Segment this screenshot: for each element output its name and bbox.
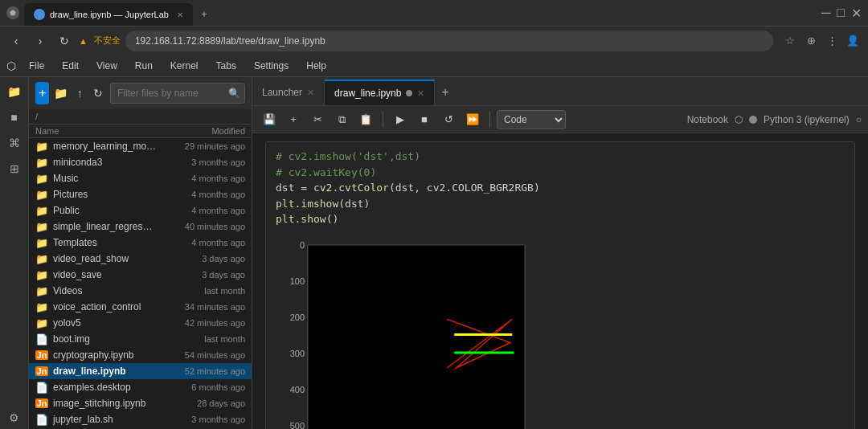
- add-tab-button[interactable]: +: [435, 80, 455, 105]
- menu-edit[interactable]: Edit: [54, 59, 87, 73]
- icon-bar: 📁 ■ ⌘ ⊞ ⚙: [0, 77, 29, 429]
- translate-icon[interactable]: ⊕: [802, 32, 820, 50]
- restart-run-button[interactable]: ⏩: [462, 109, 483, 130]
- dirty-indicator: [406, 90, 412, 96]
- extension-icon[interactable]: ⊞: [3, 157, 26, 180]
- restart-button[interactable]: ↺: [438, 109, 459, 130]
- copy-cell-button[interactable]: ⧉: [331, 109, 352, 130]
- code-line-3: dst = cv2.cvtColor(dst, cv2.COLOR_BGR2RG…: [276, 180, 845, 196]
- list-item[interactable]: 📄 boot.img last month: [29, 331, 252, 347]
- cell-input[interactable]: # cv2.imshow('dst',dst) # cv2.waitKey(0)…: [266, 142, 854, 234]
- upload-button[interactable]: ↑: [73, 82, 87, 104]
- menu-help[interactable]: Help: [298, 59, 334, 73]
- active-tab[interactable]: draw_line.ipynb — JupyterLab ✕: [24, 3, 193, 26]
- cell-type-select[interactable]: Code Markdown Raw: [497, 110, 566, 129]
- files-icon[interactable]: 📁: [3, 80, 26, 103]
- tab-notebook-close[interactable]: ✕: [417, 88, 424, 99]
- file-modified: 52 minutes ago: [157, 366, 245, 376]
- code-line-5: plt.show(): [276, 211, 845, 227]
- tab-notebook[interactable]: draw_line.ipynb ✕: [325, 80, 435, 105]
- new-file-button[interactable]: +: [35, 82, 49, 104]
- search-input[interactable]: [110, 83, 245, 104]
- list-item[interactable]: 📁 video_save 3 days ago: [29, 267, 252, 283]
- list-item[interactable]: 📁 Templates 4 months ago: [29, 235, 252, 251]
- tabs-bar: Launcher ✕ draw_line.ipynb ✕ +: [252, 77, 868, 106]
- file-name: video_save: [53, 269, 157, 280]
- list-item[interactable]: 📁 simple_linear_regression 40 minutes ag…: [29, 219, 252, 235]
- minimize-button[interactable]: ─: [821, 6, 830, 20]
- file-name: memory_learning_model: [53, 141, 157, 152]
- menu-settings[interactable]: Settings: [246, 59, 297, 73]
- settings-sidebar-icon[interactable]: ⚙: [3, 407, 26, 429]
- list-item[interactable]: 📁 Public 4 months ago: [29, 202, 252, 219]
- list-item[interactable]: Jn image_stitching.ipynb 28 days ago: [29, 395, 252, 411]
- maximize-button[interactable]: □: [837, 6, 845, 20]
- search-icon: 🔍: [228, 88, 240, 99]
- menu-kernel[interactable]: Kernel: [162, 59, 207, 73]
- list-item[interactable]: 📁 miniconda3 3 months ago: [29, 154, 252, 170]
- security-warning-text: 不安全: [94, 35, 121, 47]
- stop-button[interactable]: ■: [414, 109, 435, 130]
- menu-file[interactable]: File: [21, 59, 52, 73]
- file-icon: 📁: [35, 236, 48, 249]
- file-name: Music: [53, 173, 157, 184]
- new-folder-button[interactable]: 📁: [54, 82, 68, 104]
- refresh-button[interactable]: ↻: [55, 31, 74, 51]
- file-modified: 3 days ago: [157, 254, 245, 264]
- tab-close-button[interactable]: ✕: [177, 10, 183, 19]
- add-cell-button[interactable]: +: [283, 109, 304, 130]
- nb-content: # cv2.imshow('dst',dst) # cv2.waitKey(0)…: [252, 133, 868, 429]
- menu-view[interactable]: View: [88, 59, 125, 73]
- run-cell-button[interactable]: ▶: [390, 109, 411, 130]
- file-modified: 42 minutes ago: [157, 318, 245, 328]
- sidebar: + 📁 ↑ ↻ 🔍 / Name Modified 📁 memory_learn…: [29, 77, 252, 429]
- settings-icon[interactable]: ⋮: [823, 32, 841, 50]
- file-icon: 📁: [35, 140, 48, 153]
- list-item[interactable]: 📁 Videos last month: [29, 283, 252, 299]
- file-icon: 📁: [35, 156, 48, 169]
- commands-icon[interactable]: ⌘: [3, 132, 26, 154]
- kernel-options-icon: ○: [856, 114, 862, 125]
- back-button[interactable]: ‹: [6, 31, 26, 51]
- refresh-files-button[interactable]: ↻: [92, 82, 105, 104]
- security-warning-icon: ▲: [79, 36, 88, 46]
- notebook-share-icon: ⬡: [735, 114, 743, 125]
- notebook-area: Launcher ✕ draw_line.ipynb ✕ + 💾 + ✂ ⧉ 📋…: [252, 77, 868, 429]
- list-item[interactable]: Jn draw_line.ipynb 52 minutes ago: [29, 363, 252, 379]
- list-item[interactable]: 📁 voice_action_control 34 minutes ago: [29, 299, 252, 315]
- file-icon: 📄: [35, 381, 48, 394]
- chrome-controls: ─ □ ✕: [821, 6, 862, 21]
- list-item[interactable]: 📄 examples.desktop 6 months ago: [29, 379, 252, 395]
- list-item[interactable]: 📁 Pictures 4 months ago: [29, 186, 252, 202]
- file-name: Templates: [53, 237, 157, 248]
- file-modified: 28 days ago: [157, 398, 245, 408]
- code-cell: # cv2.imshow('dst',dst) # cv2.waitKey(0)…: [265, 141, 855, 429]
- bookmark-icon[interactable]: ☆: [781, 32, 799, 50]
- list-item[interactable]: Jn cryptography.ipynb 54 minutes ago: [29, 347, 252, 363]
- file-modified: 3 days ago: [157, 270, 245, 280]
- running-icon[interactable]: ■: [3, 106, 26, 129]
- new-tab-button[interactable]: +: [193, 3, 215, 26]
- menu-run[interactable]: Run: [127, 59, 161, 73]
- kernel-label: Python 3 (ipykernel): [764, 114, 850, 125]
- menu-tabs[interactable]: Tabs: [208, 59, 244, 73]
- address-bar[interactable]: [125, 31, 773, 51]
- list-item[interactable]: 📁 yolov5 42 minutes ago: [29, 315, 252, 331]
- file-icon: 📁: [35, 252, 48, 265]
- list-item[interactable]: 📄 jupyter_lab.sh 3 months ago: [29, 411, 252, 427]
- tab-notebook-label: draw_line.ipynb: [334, 88, 401, 99]
- main-content: 📁 ■ ⌘ ⊞ ⚙ + 📁 ↑ ↻ 🔍 / Name: [0, 77, 868, 429]
- file-icon: 📁: [35, 284, 48, 297]
- cut-cell-button[interactable]: ✂: [307, 109, 328, 130]
- list-item[interactable]: 📁 video_read_show 3 days ago: [29, 251, 252, 267]
- forward-button[interactable]: ›: [31, 31, 50, 51]
- list-item[interactable]: 📁 Music 4 months ago: [29, 170, 252, 186]
- tab-launcher-close[interactable]: ✕: [307, 88, 314, 98]
- tab-launcher[interactable]: Launcher ✕: [252, 80, 325, 105]
- list-item[interactable]: 📁 memory_learning_model 29 minutes ago: [29, 138, 252, 154]
- save-button[interactable]: 💾: [259, 109, 280, 130]
- close-button[interactable]: ✕: [851, 6, 862, 21]
- paste-cell-button[interactable]: 📋: [355, 109, 376, 130]
- cell-output: [266, 234, 854, 430]
- profile-icon[interactable]: 👤: [844, 32, 862, 50]
